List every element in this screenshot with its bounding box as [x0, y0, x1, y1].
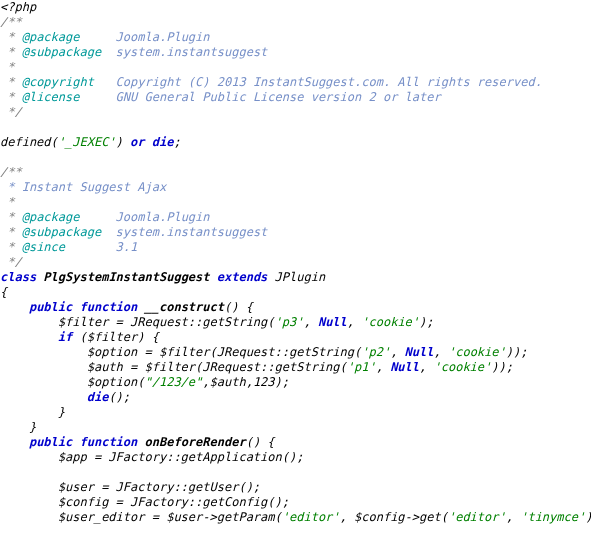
l24b: 'p2': [361, 345, 390, 359]
l17b: 3.1: [116, 240, 138, 254]
l25d: Null: [390, 360, 419, 374]
l19e: extends: [217, 270, 268, 284]
l30e: () {: [246, 435, 275, 449]
l2: /**: [0, 15, 22, 29]
l1: <?php: [0, 0, 36, 14]
l26d: 123: [253, 375, 275, 389]
l25a: $auth = $filter(JRequest::getString(: [0, 360, 347, 374]
l23b: if: [58, 330, 72, 344]
l34: $config = JFactory::getConfig();: [0, 495, 289, 509]
code-block: <?php /** * @package Joomla.Plugin * @su…: [0, 0, 591, 539]
l18: */: [0, 255, 22, 269]
l25f: 'cookie': [434, 360, 492, 374]
l24d: Null: [405, 345, 434, 359]
l8: */: [0, 105, 22, 119]
l24a: $option = $filter(JRequest::getString(: [0, 345, 361, 359]
l24c: ,: [390, 345, 404, 359]
l22e: ,: [347, 315, 361, 329]
l23a: [0, 330, 58, 344]
l35e: ,: [506, 510, 520, 524]
l22a: $filter = JRequest::getString(: [0, 315, 275, 329]
l21e: () {: [224, 300, 253, 314]
l7a: @license: [22, 90, 116, 104]
l30c: [137, 435, 144, 449]
l7b: GNU General Public License version 2 or …: [116, 90, 441, 104]
l16a: @subpackage: [22, 225, 116, 239]
l26a: $option(: [0, 375, 145, 389]
l35d: 'editor': [448, 510, 506, 524]
l20: {: [0, 285, 7, 299]
l30b: public function: [29, 435, 137, 449]
l24e: ,: [434, 345, 448, 359]
l15b: Joomla.Plugin: [116, 210, 210, 224]
l19a: class: [0, 270, 36, 284]
l26e: );: [275, 375, 289, 389]
l21c: [137, 300, 144, 314]
l19f: [267, 270, 274, 284]
l10b: '_JEXEC': [58, 135, 116, 149]
l16b: system.instantsuggest: [116, 225, 268, 239]
l10c: ): [116, 135, 130, 149]
l25g: ));: [491, 360, 513, 374]
l25c: ,: [376, 360, 390, 374]
l24f: 'cookie': [448, 345, 506, 359]
l23c: ($filter) {: [72, 330, 159, 344]
l17a: @since: [22, 240, 116, 254]
l21b: public function: [29, 300, 137, 314]
l10d: or die: [130, 135, 173, 149]
l15a: @package: [22, 210, 116, 224]
l22f: 'cookie': [361, 315, 419, 329]
l22d: Null: [318, 315, 347, 329]
l21a: [0, 300, 29, 314]
l3b: Joomla.Plugin: [116, 30, 210, 44]
l35a: $user_editor = $user->getParam(: [0, 510, 282, 524]
l35f: 'tinymce': [520, 510, 585, 524]
l4a: @subpackage: [22, 45, 116, 59]
l22c: ,: [303, 315, 317, 329]
l29: }: [0, 420, 36, 434]
l19g: JPlugin: [275, 270, 326, 284]
l24g: ));: [506, 345, 528, 359]
l10e: ;: [173, 135, 180, 149]
l25e: ,: [419, 360, 433, 374]
l14: *: [0, 195, 14, 209]
l12: /**: [0, 165, 22, 179]
l33: $user = JFactory::getUser();: [0, 480, 260, 494]
l19c: PlgSystemInstantSuggest: [43, 270, 209, 284]
l6a: @copyright: [22, 75, 116, 89]
l4b: system.instantsuggest: [116, 45, 268, 59]
l3a: @package: [22, 30, 116, 44]
l27c: ();: [108, 390, 130, 404]
l26b: "/123/e": [145, 375, 203, 389]
l13: * Instant Suggest Ajax: [0, 180, 166, 194]
l5: *: [0, 60, 14, 74]
l25b: 'p1': [347, 360, 376, 374]
l35c: , $config->get(: [340, 510, 448, 524]
l27a: [0, 390, 87, 404]
l22g: );: [419, 315, 433, 329]
l26c: ,$auth,: [202, 375, 253, 389]
l6b: Copyright (C) 2013 InstantSuggest.com. A…: [116, 75, 542, 89]
l10a: defined(: [0, 135, 58, 149]
l30a: [0, 435, 29, 449]
l30d: onBeforeRender: [145, 435, 246, 449]
l35b: 'editor': [282, 510, 340, 524]
l21d: __construct: [145, 300, 224, 314]
l35g: ));: [585, 510, 591, 524]
l28: }: [0, 405, 65, 419]
l27b: die: [87, 390, 109, 404]
l31: $app = JFactory::getApplication();: [0, 450, 303, 464]
l19d: [210, 270, 217, 284]
l22b: 'p3': [275, 315, 304, 329]
